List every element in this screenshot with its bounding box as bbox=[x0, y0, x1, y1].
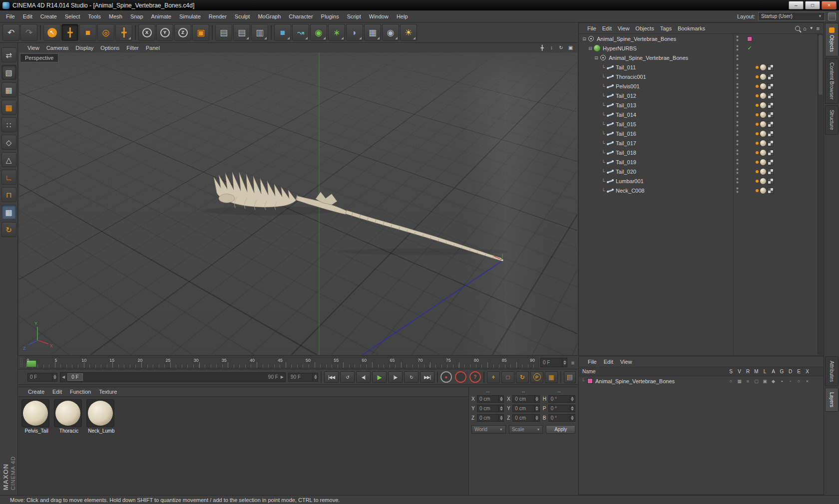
tree-item[interactable]: └ Tail_013 bbox=[579, 100, 818, 110]
tree-item[interactable]: └ Tail_017 bbox=[579, 138, 818, 148]
edges-mode-button[interactable]: ◇ bbox=[1, 135, 16, 150]
coordinate-field[interactable]: 0 ° bbox=[548, 395, 575, 403]
menu-item[interactable]: Snap bbox=[126, 11, 147, 21]
visibility-toggles[interactable] bbox=[736, 45, 739, 51]
stepper[interactable] bbox=[534, 396, 539, 402]
size-header[interactable]: -- bbox=[507, 389, 539, 395]
viewport-menu-item[interactable]: Filter bbox=[123, 43, 142, 52]
viewport-menu-item[interactable]: Options bbox=[97, 43, 123, 52]
stepper[interactable] bbox=[52, 373, 57, 381]
viewport-menu-item[interactable]: View bbox=[24, 43, 43, 52]
tree-item[interactable]: └ Tail_014 bbox=[579, 110, 818, 119]
scale-dropdown[interactable]: Scale ▼ bbox=[509, 425, 543, 434]
slider-right-arrow-icon[interactable]: ▶ bbox=[281, 375, 284, 379]
material-tag-icon[interactable] bbox=[760, 188, 766, 194]
state-tag-icon[interactable] bbox=[746, 43, 754, 53]
goto-end-button[interactable]: ▶▶| bbox=[420, 371, 434, 383]
menu-item[interactable]: MoGraph bbox=[254, 11, 285, 21]
expander-icon[interactable]: └ bbox=[600, 122, 606, 127]
uvw-tag-icon[interactable] bbox=[768, 178, 774, 184]
tree-item[interactable]: └ Tail_018 bbox=[579, 148, 818, 157]
expander-icon[interactable]: └ bbox=[600, 150, 606, 155]
panel-grip[interactable] bbox=[20, 358, 23, 367]
selection-dot-icon[interactable] bbox=[756, 170, 759, 173]
layer-toggle-icon[interactable]: ▢ bbox=[752, 379, 761, 384]
separator[interactable] bbox=[212, 25, 213, 40]
move-tool[interactable]: ╋ bbox=[61, 24, 78, 41]
material-item[interactable]: Thoracic bbox=[54, 399, 84, 434]
expander-icon[interactable]: ⊟ bbox=[587, 46, 593, 51]
menu-item[interactable]: Character bbox=[285, 11, 317, 21]
separator[interactable] bbox=[135, 25, 136, 40]
close-button[interactable]: × bbox=[822, 1, 837, 9]
coordinate-field[interactable]: 0 cm bbox=[477, 395, 504, 403]
add-cube-button[interactable]: ■ bbox=[274, 24, 291, 41]
selection-dot-icon[interactable] bbox=[756, 132, 759, 135]
visibility-toggles[interactable] bbox=[736, 121, 739, 127]
visibility-toggles[interactable] bbox=[736, 178, 739, 184]
expander-icon[interactable]: └ bbox=[600, 141, 606, 146]
expander-icon[interactable]: ⊟ bbox=[581, 36, 587, 41]
play-forwards-button[interactable]: ↻ bbox=[404, 371, 419, 383]
next-frame-button[interactable]: |▶ bbox=[388, 371, 403, 383]
viewport-3d-canvas[interactable]: Y X Z Perspective bbox=[19, 52, 577, 355]
points-mode-button[interactable]: ∷ bbox=[1, 117, 16, 132]
apply-button[interactable]: Apply bbox=[546, 425, 575, 434]
uvw-tag-icon[interactable] bbox=[768, 159, 774, 165]
material-tag-icon[interactable] bbox=[760, 64, 766, 70]
visibility-toggles[interactable] bbox=[736, 130, 739, 136]
skeleton-mesh[interactable] bbox=[214, 172, 502, 261]
menu-item[interactable]: Help bbox=[393, 11, 412, 21]
tree-item[interactable]: └ Lumbar001 bbox=[579, 176, 818, 186]
selection-dot-icon[interactable] bbox=[756, 94, 759, 97]
coordinate-field[interactable]: 0 ° bbox=[548, 405, 575, 412]
stepper[interactable] bbox=[570, 405, 575, 412]
menu-item[interactable]: Plugins bbox=[317, 11, 343, 21]
menu-item[interactable]: Edit bbox=[19, 11, 36, 21]
render-picture-viewer-button[interactable]: ▤ bbox=[233, 24, 250, 41]
animation-palette-icon[interactable]: ▤ bbox=[564, 371, 576, 383]
stepper[interactable] bbox=[534, 415, 539, 421]
menu-item[interactable]: Create bbox=[36, 11, 61, 21]
material-tag-icon[interactable] bbox=[760, 102, 766, 108]
panel-tab[interactable]: Objects bbox=[825, 23, 839, 56]
material-preview-sphere[interactable] bbox=[21, 399, 49, 427]
end-frame-field[interactable]: 90 F bbox=[288, 373, 318, 382]
menu-item[interactable]: Select bbox=[61, 11, 84, 21]
panel-tab[interactable]: Attributes bbox=[825, 356, 839, 386]
lock-y-button[interactable]: Y bbox=[156, 24, 173, 41]
dolly-view-icon[interactable]: ↕ bbox=[547, 44, 556, 51]
play-backwards-button[interactable]: ↺ bbox=[340, 371, 355, 383]
play-button[interactable]: ▶ bbox=[372, 371, 387, 383]
material-preview-sphere[interactable] bbox=[86, 399, 114, 427]
position-header[interactable]: -- bbox=[471, 389, 504, 395]
object-manager-menu-item[interactable]: View bbox=[615, 24, 633, 33]
timeline-menu-icon[interactable]: ≡ bbox=[569, 357, 577, 368]
layer-toggle-icon[interactable]: ▦ bbox=[735, 379, 744, 384]
visibility-toggles[interactable] bbox=[736, 54, 739, 60]
material-tag-icon[interactable] bbox=[760, 131, 766, 137]
stepper[interactable] bbox=[534, 405, 539, 412]
object-manager-menu-item[interactable]: Edit bbox=[599, 24, 615, 33]
material-tag-icon[interactable] bbox=[760, 150, 766, 156]
object-manager-menu-item[interactable]: Bookmarks bbox=[675, 24, 708, 33]
key-parameter-button[interactable]: P bbox=[530, 371, 543, 383]
scrollbar[interactable] bbox=[818, 34, 823, 355]
scene-objects-button[interactable]: ▦ bbox=[364, 24, 381, 41]
slider-handle[interactable]: 0 F bbox=[67, 373, 82, 381]
slider-left-arrow-icon[interactable]: ◀ bbox=[62, 375, 65, 379]
viewport-menu-item[interactable]: Panel bbox=[142, 43, 163, 52]
expander-icon[interactable]: └ bbox=[600, 65, 606, 70]
visibility-toggles[interactable] bbox=[736, 102, 739, 108]
key-pla-button[interactable]: ▦ bbox=[545, 371, 558, 383]
visibility-toggles[interactable] bbox=[736, 168, 739, 174]
layer-toggle-icon[interactable]: ▣ bbox=[761, 379, 769, 384]
viewport-label[interactable]: Perspective bbox=[20, 53, 58, 62]
visibility-toggles[interactable] bbox=[736, 35, 739, 41]
material-tag-icon[interactable] bbox=[760, 74, 766, 80]
layer-toggle-icon[interactable]: ▪ bbox=[778, 379, 786, 384]
workplane-snap-button[interactable]: ↻ bbox=[1, 222, 16, 237]
layer-toggle-icon[interactable]: ▫ bbox=[786, 379, 795, 384]
uvw-tag-icon[interactable] bbox=[768, 150, 774, 156]
selection-dot-icon[interactable] bbox=[756, 142, 759, 145]
